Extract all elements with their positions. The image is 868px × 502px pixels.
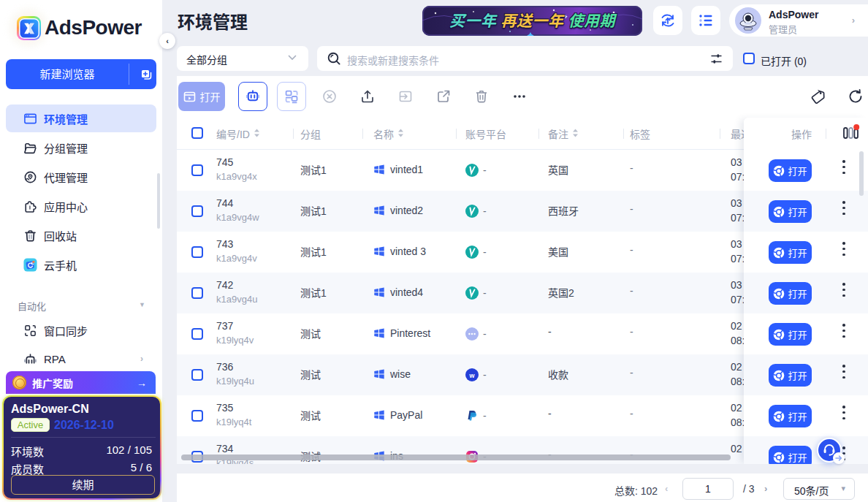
svg-text:w: w: [468, 372, 475, 379]
